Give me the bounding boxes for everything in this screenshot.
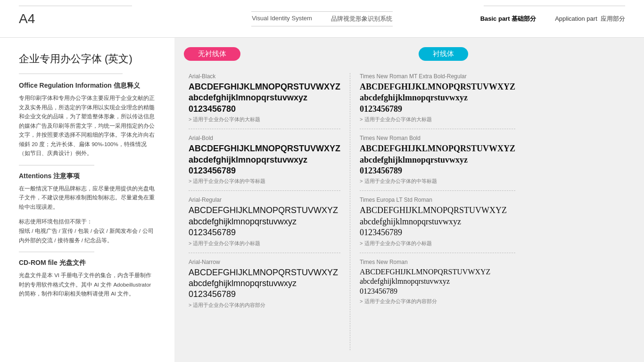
section2-text1: 在一般情况下使用品牌标志，应尽量使用提供的光盘电子文件，不建议使用标准制图绘制标… (19, 184, 156, 212)
serif-column: Times New Roman MT Extra Bold-Regular AB… (350, 73, 520, 350)
font-demo-times-roman-upper: ABCDEFGHIJKLMNOPQRSTUVWXYZ (360, 205, 515, 216)
font-name-arial-regular: Arial-Regular (189, 197, 340, 203)
font-demo-arial-narrow-num: 0123456789 (189, 289, 340, 300)
font-demo-arial-regular-upper: ABCDEFGHIJKLMNOPQRSTUVWXYZ (189, 205, 340, 216)
vi-label-en: Visual Identity System (252, 15, 312, 23)
font-entry-times-roman: Times Europa LT Std Roman ABCDEFGHIJKLMN… (360, 197, 515, 253)
font-demo-times-extra-upper: ABCDEFGHIJKLMNOPQRSTUVWXYZ (360, 82, 515, 92)
font-demo-times-roman-lower: abcdefghijklmnopqrstuvwxyz (360, 216, 515, 227)
font-demo-times-normal-lower: abcdefghijklmnopqrstuvwxyz (360, 277, 515, 287)
font-demo-arial-black-num: 0123456780 (189, 104, 340, 115)
font-name-times-roman: Times Europa LT Std Roman (360, 197, 515, 203)
font-desc-times-bold: 适用于企业办公字体的中等标题 (360, 178, 515, 185)
font-demo-arial-bold-upper: ABCDEFGHIJKLMNOPQRSTUVWXYZ (189, 143, 340, 154)
font-name-arial-black: Arial-Black (189, 73, 340, 80)
section2-text2: 标志使用环境包括但不限于： 报纸 / 电视广告 / 宣传 / 包装 / 会议 /… (19, 217, 156, 245)
font-entry-arial-narrow: Arial-Narrow ABCDEFGHIJKLMNOPQRSTUVWXYZ … (189, 259, 340, 314)
font-name-arial-narrow: Arial-Narrow (189, 259, 340, 265)
font-demo-times-extra-num: 0123456789 (360, 104, 515, 115)
font-content: 无衬线体 衬线体 Arial-Black ABCDEFGHIJKLMNOPQRS… (174, 38, 644, 362)
sidebar-divider-1 (19, 74, 123, 74)
font-demo-times-roman-num: 0123456789 (360, 227, 515, 238)
sidebar-title: 企业专用办公字体 (英文) (19, 52, 156, 66)
font-name-times-bold: Times New Roman Bold (360, 135, 515, 141)
header-center-labels: Visual Identity System 品牌视觉形象识别系统 (252, 15, 392, 23)
header-center: Visual Identity System 品牌视觉形象识别系统 (251, 11, 393, 26)
font-demo-arial-black-lower: abcdefghijklmnopqrstuvwxyz (189, 92, 340, 103)
nav-basic[interactable]: Basic part 基础部分 (480, 15, 537, 23)
header-nav: Basic part 基础部分 Application part 应用部分 (480, 15, 625, 23)
nav-application[interactable]: Application part 应用部分 (555, 15, 625, 23)
font-entry-times-bold: Times New Roman Bold ABCDEFGHIJKLMNOPQRS… (360, 135, 515, 191)
font-demo-times-bold-upper: ABCDEFGHIJKLMNOPQRSTUVWXYZ (360, 143, 515, 154)
font-entry-times-normal: Times New Roman ABCDEFGHIJKLMNOPQRSTUVWX… (360, 259, 515, 311)
font-desc-arial-narrow: 适用于企业办公字体的内容部分 (189, 302, 340, 309)
font-demo-times-normal-num: 0123456789 (360, 287, 515, 296)
font-name-times-normal: Times New Roman (360, 259, 515, 265)
font-demo-arial-bold-num: 0123456789 (189, 165, 340, 176)
header: A4 Visual Identity System 品牌视觉形象识别系统 Bas… (0, 0, 644, 38)
serif-badge: 衬线体 (419, 47, 468, 61)
font-demo-arial-black-upper: ABCDEFGHIJKLMNOPQRSTUVWXYZ (189, 82, 340, 92)
vi-label-cn: 品牌视觉形象识别系统 (331, 15, 392, 23)
font-demo-arial-regular-lower: abcdefghijklmnopqrstuvwxyz (189, 216, 340, 227)
font-desc-times-normal: 适用于企业办公字体的内容部分 (360, 298, 515, 305)
font-entry-arial-black: Arial-Black ABCDEFGHIJKLMNOPQRSTUVWXYZ a… (189, 73, 340, 129)
section1-title: Office Regulation Information 信息释义 (19, 82, 156, 90)
font-demo-arial-regular-num: 0123456789 (189, 227, 340, 238)
font-columns: Arial-Black ABCDEFGHIJKLMNOPQRSTUVWXYZ a… (184, 73, 635, 350)
font-demo-times-bold-lower: abcdefghijklmnopqrstuvwxyz (360, 155, 515, 165)
font-demo-times-normal-upper: ABCDEFGHIJKLMNOPQRSTUVWXYZ (360, 267, 515, 277)
font-entry-times-extra: Times New Roman MT Extra Bold-Regular AB… (360, 73, 515, 129)
sidebar: 企业专用办公字体 (英文) Office Regulation Informat… (0, 38, 174, 362)
font-demo-arial-bold-lower: abcdefghijklmnopqrstuvwxyz (189, 155, 340, 165)
font-demo-arial-narrow-upper: ABCDEFGHIJKLMNOPQRSTUVWXYZ (189, 267, 340, 278)
sans-serif-column: Arial-Black ABCDEFGHIJKLMNOPQRSTUVWXYZ a… (184, 73, 350, 350)
section2-title: Attentions 注意事项 (19, 172, 156, 181)
font-name-times-extra: Times New Roman MT Extra Bold-Regular (360, 73, 515, 80)
section1-text: 专用印刷字体和专用办公字体主要应用于企业文献的正文及实务用品，所选定的字体用以实… (19, 94, 156, 158)
font-name-arial-bold: Arial-Bold (189, 135, 340, 141)
sidebar-divider-3 (19, 252, 94, 252)
font-desc-times-roman: 适用于企业办公字体的小标题 (360, 240, 515, 247)
header-left: A4 (19, 12, 35, 25)
section3-title: CD-ROM file 光盘文件 (19, 259, 156, 267)
header-center-bottom-line (251, 26, 393, 26)
header-top-line-right (484, 6, 625, 6)
font-desc-arial-black: 适用于企业办公字体的大标题 (189, 116, 340, 123)
font-desc-times-extra: 适用于企业办公字体的大标题 (360, 116, 515, 123)
font-entry-arial-regular: Arial-Regular ABCDEFGHIJKLMNOPQRSTUVWXYZ… (189, 197, 340, 253)
sidebar-divider-2 (19, 165, 94, 165)
font-demo-times-extra-lower: abcdefghijklmnopqrstuvwxyz (360, 92, 515, 103)
header-center-top-line (251, 11, 393, 12)
header-top-line-left (19, 6, 132, 6)
font-desc-arial-bold: 适用于企业办公字体的中等标题 (189, 178, 340, 185)
page-number: A4 (19, 12, 35, 25)
sans-serif-badge: 无衬线体 (184, 47, 240, 61)
font-demo-times-bold-num: 0123456789 (360, 165, 515, 176)
font-desc-arial-regular: 适用于企业办公字体的小标题 (189, 240, 340, 247)
font-demo-arial-narrow-lower: abcdefghijklmnopqrstuvwxyz (189, 278, 340, 289)
font-entry-arial-bold: Arial-Bold ABCDEFGHIJKLMNOPQRSTUVWXYZ ab… (189, 135, 340, 191)
section3-text: 光盘文件是本 VI 手册电子文件的集合，内含手册制作时的专用软件格式文件。其中 … (19, 271, 156, 299)
main-content: 企业专用办公字体 (英文) Office Regulation Informat… (0, 38, 644, 362)
